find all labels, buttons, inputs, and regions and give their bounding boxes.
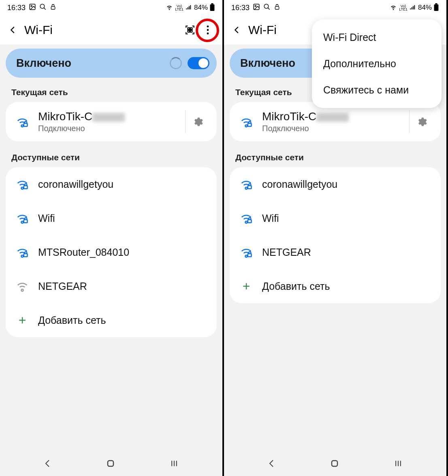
network-name: coronawillgetyou [262,178,433,190]
wifi-toggle-row[interactable]: Включено [6,49,217,78]
network-name: NETGEAR [262,246,433,258]
nav-recent-button[interactable] [169,459,179,469]
available-networks-card: coronawillgetyou Wifi MTSRouter_084010 N… [6,167,217,337]
network-settings-button[interactable] [185,110,209,133]
add-network-row[interactable]: + Добавить сеть [230,269,441,303]
nav-home-button[interactable] [106,459,115,470]
svg-point-2 [40,4,45,8]
status-bar: 16:33 Vo)LTE1 84% [0,0,222,15]
search-icon [263,3,271,13]
network-row[interactable]: NETGEAR [6,269,217,303]
network-settings-button[interactable] [409,110,433,133]
volte-icon: Vo)LTE1 [399,4,407,11]
current-network-card: MikroTik-C Подключено [6,102,217,141]
redacted-text [92,113,125,122]
svg-rect-31 [248,186,252,189]
svg-rect-29 [435,3,437,4]
plus-icon: + [237,279,256,294]
popup-contact-us[interactable]: Свяжитесь с нами [312,77,442,103]
back-button[interactable] [3,20,23,40]
network-name: coronawillgetyou [38,178,209,190]
available-networks-card: coronawillgetyou Wifi NETGEAR+ Добавить … [230,167,441,303]
phone-left: 16:33 Vo)LTE1 84% [0,0,224,476]
svg-rect-34 [332,461,337,466]
nav-back-button[interactable] [43,459,53,470]
wifi-status-icon [389,4,397,12]
search-icon [39,3,47,13]
svg-rect-8 [188,28,190,30]
current-network-header: Текущая сеть [0,83,222,102]
network-name: NETGEAR [38,280,209,292]
available-networks-header: Доступные сети [224,149,446,167]
svg-rect-11 [190,30,192,32]
network-name: MikroTik-C [38,110,185,123]
svg-point-24 [255,5,256,6]
signal-icon [409,4,416,12]
redacted-text [316,113,349,122]
network-name: MTSRouter_084010 [38,246,209,258]
svg-line-3 [44,8,46,10]
svg-rect-30 [248,123,252,126]
available-networks-header: Доступные сети [0,149,222,167]
wifi-secured-icon [237,178,256,190]
signal-icon [185,4,192,12]
nav-home-button[interactable] [330,459,339,470]
svg-rect-27 [275,6,279,9]
wifi-secured-icon [13,212,32,224]
svg-rect-9 [190,28,192,30]
svg-rect-15 [24,123,28,126]
status-time: 16:33 [7,4,26,12]
network-name: Wifi [262,212,433,224]
network-row[interactable]: NETGEAR [230,235,441,269]
popup-wifi-direct[interactable]: Wi-Fi Direct [312,24,442,51]
svg-rect-10 [188,30,190,32]
wifi-secured-icon [237,116,256,128]
options-popup: Wi-Fi Direct Дополнительно Свяжитесь с н… [312,19,442,108]
phone-right: 16:33 Vo)LTE1 84% [224,0,448,476]
network-status: Подключено [262,124,409,133]
add-network-label: Добавить сеть [262,280,433,292]
svg-rect-19 [108,461,113,466]
svg-point-1 [31,5,32,6]
svg-point-25 [264,4,269,8]
network-row[interactable]: coronawillgetyou [6,167,217,201]
status-time: 16:33 [231,4,250,12]
popup-advanced[interactable]: Дополнительно [312,51,442,77]
add-network-label: Добавить сеть [38,314,209,326]
nav-back-button[interactable] [267,459,277,470]
nav-recent-button[interactable] [393,459,403,469]
network-row[interactable]: coronawillgetyou [230,167,441,201]
volte-icon: Vo)LTE1 [175,4,183,11]
wifi-secured-icon [13,246,32,258]
svg-rect-28 [434,4,439,11]
gallery-icon [253,3,260,13]
system-nav-bar [0,453,222,476]
toggle-label: Включено [16,57,170,70]
loading-spinner-icon [170,57,182,69]
network-row[interactable]: Wifi [6,201,217,235]
wifi-open-icon [13,280,32,292]
lock-icon [274,3,280,13]
wifi-secured-icon [237,246,256,258]
network-row[interactable]: Wifi [230,201,441,235]
battery-icon [433,3,439,13]
svg-rect-6 [211,3,213,4]
wifi-switch[interactable] [188,57,209,69]
svg-rect-16 [24,186,28,189]
lock-icon [50,3,56,13]
network-name: MikroTik-C [262,110,409,123]
network-name: Wifi [38,212,209,224]
highlight-circle [196,19,219,42]
status-bar: 16:33 Vo)LTE1 84% [224,0,446,15]
system-nav-bar [224,453,446,476]
back-button[interactable] [227,20,247,40]
gallery-icon [29,3,36,13]
svg-rect-32 [248,220,252,223]
network-row[interactable]: MTSRouter_084010 [6,235,217,269]
current-network-row[interactable]: MikroTik-C Подключено [6,102,217,141]
svg-rect-33 [248,254,252,257]
wifi-secured-icon [13,178,32,190]
network-status: Подключено [38,124,185,133]
svg-rect-18 [24,254,28,257]
add-network-row[interactable]: + Добавить сеть [6,303,217,337]
